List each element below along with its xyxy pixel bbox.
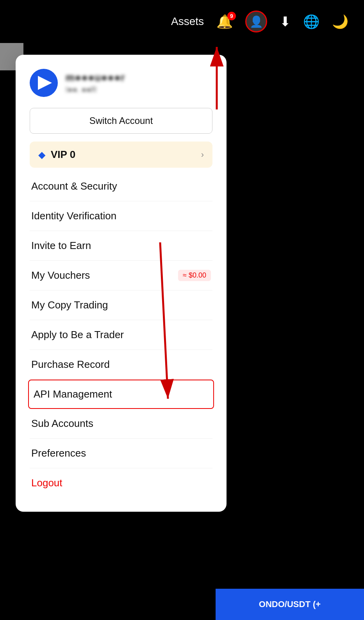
user-section: m●●●u●●●r I●●. ●●R	[30, 69, 212, 97]
assets-label[interactable]: Assets	[171, 15, 204, 28]
menu-item-purchase-record[interactable]: Purchase Record	[30, 350, 212, 380]
voucher-badge: ≈ $0.00	[178, 270, 211, 281]
vip-section[interactable]: ◆ VIP 0 ›	[30, 142, 212, 168]
download-icon-wrapper[interactable]: ⬇	[280, 15, 291, 28]
bottom-bar-text: ONDO/USDT (+	[259, 599, 321, 609]
menu-item-identity-verification[interactable]: Identity Verification	[30, 201, 212, 231]
diamond-icon: ◆	[38, 149, 45, 160]
profile-icon-wrapper[interactable]: 👤	[245, 11, 267, 32]
moon-icon: 🌙	[332, 14, 348, 29]
menu-item-apply-trader[interactable]: Apply to Be a Trader	[30, 320, 212, 350]
menu-item-preferences[interactable]: Preferences	[30, 439, 212, 468]
menu-list: Account & Security Identity Verification…	[30, 172, 212, 498]
globe-icon: 🌐	[303, 14, 319, 29]
vip-label: VIP 0	[51, 149, 75, 161]
moon-icon-wrapper[interactable]: 🌙	[332, 15, 348, 28]
switch-account-button[interactable]: Switch Account	[30, 108, 212, 134]
notification-badge: 9	[227, 12, 236, 20]
vip-chevron-icon: ›	[201, 150, 204, 160]
avatar-play-icon	[38, 76, 52, 90]
user-name: m●●●u●●●r	[66, 72, 212, 84]
dropdown-panel: m●●●u●●●r I●●. ●●R Switch Account ◆ VIP …	[16, 55, 227, 512]
profile-icon-circle[interactable]: 👤	[245, 11, 267, 32]
globe-icon-wrapper[interactable]: 🌐	[303, 15, 319, 28]
notification-icon-wrapper[interactable]: 🔔 9	[216, 15, 233, 28]
download-icon: ⬇	[280, 14, 291, 29]
menu-item-api-management[interactable]: API Management	[28, 380, 214, 409]
menu-item-my-vouchers[interactable]: My Vouchers ≈ $0.00	[30, 261, 212, 290]
navbar: Assets 🔔 9 👤 ⬇ 🌐 🌙	[0, 0, 364, 43]
user-email: I●●. ●●R	[66, 85, 212, 94]
menu-item-logout[interactable]: Logout	[30, 468, 212, 498]
vip-left: ◆ VIP 0	[38, 149, 75, 161]
user-info: m●●●u●●●r I●●. ●●R	[66, 72, 212, 94]
profile-icon: 👤	[250, 15, 263, 28]
menu-item-sub-accounts[interactable]: Sub Accounts	[30, 409, 212, 439]
menu-item-copy-trading[interactable]: My Copy Trading	[30, 290, 212, 320]
user-avatar	[30, 69, 58, 97]
menu-item-account-security[interactable]: Account & Security	[30, 172, 212, 201]
menu-item-invite-to-earn[interactable]: Invite to Earn	[30, 231, 212, 261]
bottom-bar: ONDO/USDT (+	[216, 589, 364, 620]
